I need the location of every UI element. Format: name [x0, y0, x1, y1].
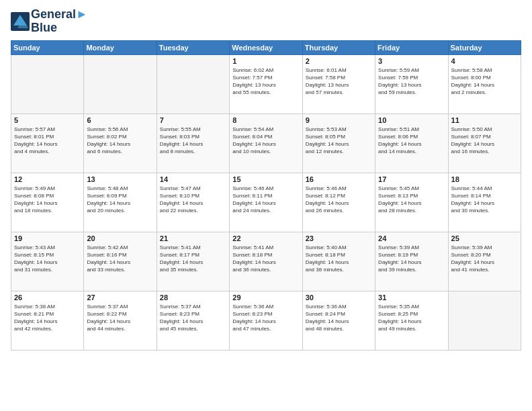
- page: General► Blue SundayMondayTuesdayWednesd…: [0, 0, 532, 411]
- calendar-cell: 13Sunrise: 5:48 AM Sunset: 8:09 PM Dayli…: [84, 173, 157, 232]
- day-info: Sunrise: 5:41 AM Sunset: 8:17 PM Dayligh…: [160, 244, 226, 274]
- day-number: 6: [87, 116, 153, 124]
- weekday-header-wednesday: Wednesday: [230, 40, 302, 54]
- calendar-cell: 10Sunrise: 5:51 AM Sunset: 8:06 PM Dayli…: [375, 113, 448, 173]
- logo: General► Blue: [11, 8, 88, 35]
- calendar-cell: 11Sunrise: 5:50 AM Sunset: 8:07 PM Dayli…: [448, 113, 521, 173]
- day-info: Sunrise: 5:46 AM Sunset: 8:11 PM Dayligh…: [232, 185, 299, 215]
- calendar-cell: 2Sunrise: 6:01 AM Sunset: 7:58 PM Daylig…: [302, 54, 375, 113]
- calendar-cell: [84, 54, 157, 113]
- calendar-cell: 20Sunrise: 5:42 AM Sunset: 8:16 PM Dayli…: [84, 232, 157, 291]
- day-number: 31: [378, 293, 445, 302]
- day-info: Sunrise: 5:57 AM Sunset: 8:01 PM Dayligh…: [14, 126, 81, 156]
- day-number: 28: [160, 293, 226, 302]
- calendar-cell: 15Sunrise: 5:46 AM Sunset: 8:11 PM Dayli…: [230, 173, 302, 232]
- calendar-cell: 23Sunrise: 5:40 AM Sunset: 8:18 PM Dayli…: [302, 232, 375, 291]
- day-number: 11: [451, 116, 518, 124]
- calendar-cell: [157, 54, 229, 113]
- day-info: Sunrise: 5:47 AM Sunset: 8:10 PM Dayligh…: [160, 185, 226, 215]
- logo-icon: [11, 12, 30, 31]
- day-number: 25: [451, 234, 518, 242]
- day-info: Sunrise: 5:59 AM Sunset: 7:59 PM Dayligh…: [378, 66, 445, 97]
- day-info: Sunrise: 5:36 AM Sunset: 8:23 PM Dayligh…: [232, 303, 299, 333]
- day-info: Sunrise: 5:51 AM Sunset: 8:06 PM Dayligh…: [378, 126, 445, 156]
- header: General► Blue: [11, 8, 521, 35]
- day-info: Sunrise: 5:42 AM Sunset: 8:16 PM Dayligh…: [87, 244, 153, 274]
- calendar-cell: 5Sunrise: 5:57 AM Sunset: 8:01 PM Daylig…: [11, 113, 84, 173]
- day-number: 23: [306, 234, 372, 242]
- calendar-cell: [448, 291, 521, 350]
- day-info: Sunrise: 5:39 AM Sunset: 8:19 PM Dayligh…: [378, 244, 445, 274]
- calendar-cell: 31Sunrise: 5:35 AM Sunset: 8:25 PM Dayli…: [375, 291, 448, 350]
- day-info: Sunrise: 5:55 AM Sunset: 8:03 PM Dayligh…: [160, 126, 226, 156]
- calendar-cell: 28Sunrise: 5:37 AM Sunset: 8:23 PM Dayli…: [157, 291, 229, 350]
- day-info: Sunrise: 5:40 AM Sunset: 8:18 PM Dayligh…: [306, 244, 372, 274]
- week-row-1: 5Sunrise: 5:57 AM Sunset: 8:01 PM Daylig…: [11, 113, 521, 173]
- week-row-4: 26Sunrise: 5:38 AM Sunset: 8:21 PM Dayli…: [11, 291, 521, 350]
- weekday-header-friday: Friday: [375, 40, 448, 54]
- day-info: Sunrise: 5:49 AM Sunset: 8:08 PM Dayligh…: [14, 185, 81, 215]
- calendar-cell: 18Sunrise: 5:44 AM Sunset: 8:14 PM Dayli…: [448, 173, 521, 232]
- calendar-cell: 17Sunrise: 5:45 AM Sunset: 8:13 PM Dayli…: [375, 173, 448, 232]
- day-info: Sunrise: 5:41 AM Sunset: 8:18 PM Dayligh…: [232, 244, 299, 274]
- day-info: Sunrise: 5:53 AM Sunset: 8:05 PM Dayligh…: [306, 126, 372, 156]
- calendar-cell: [11, 54, 84, 113]
- day-info: Sunrise: 5:50 AM Sunset: 8:07 PM Dayligh…: [451, 126, 518, 156]
- day-info: Sunrise: 5:54 AM Sunset: 8:04 PM Dayligh…: [232, 126, 299, 156]
- calendar-cell: 12Sunrise: 5:49 AM Sunset: 8:08 PM Dayli…: [11, 173, 84, 232]
- day-info: Sunrise: 5:46 AM Sunset: 8:12 PM Dayligh…: [306, 185, 372, 215]
- calendar-cell: 22Sunrise: 5:41 AM Sunset: 8:18 PM Dayli…: [230, 232, 302, 291]
- day-number: 15: [232, 175, 299, 183]
- calendar-cell: 25Sunrise: 5:39 AM Sunset: 8:20 PM Dayli…: [448, 232, 521, 291]
- day-number: 2: [306, 57, 372, 65]
- day-number: 7: [160, 116, 226, 124]
- calendar-cell: 7Sunrise: 5:55 AM Sunset: 8:03 PM Daylig…: [157, 113, 229, 173]
- day-number: 10: [378, 116, 445, 124]
- calendar-cell: 24Sunrise: 5:39 AM Sunset: 8:19 PM Dayli…: [375, 232, 448, 291]
- calendar-cell: 27Sunrise: 5:37 AM Sunset: 8:22 PM Dayli…: [84, 291, 157, 350]
- day-number: 1: [232, 57, 299, 65]
- week-row-3: 19Sunrise: 5:43 AM Sunset: 8:15 PM Dayli…: [11, 232, 521, 291]
- calendar-cell: 21Sunrise: 5:41 AM Sunset: 8:17 PM Dayli…: [157, 232, 229, 291]
- day-info: Sunrise: 5:35 AM Sunset: 8:25 PM Dayligh…: [378, 303, 445, 333]
- calendar-cell: 29Sunrise: 5:36 AM Sunset: 8:23 PM Dayli…: [230, 291, 302, 350]
- day-info: Sunrise: 5:37 AM Sunset: 8:22 PM Dayligh…: [87, 303, 153, 333]
- day-number: 17: [378, 175, 445, 183]
- day-number: 3: [378, 57, 445, 65]
- calendar-cell: 1Sunrise: 6:02 AM Sunset: 7:57 PM Daylig…: [230, 54, 302, 113]
- calendar-cell: 26Sunrise: 5:38 AM Sunset: 8:21 PM Dayli…: [11, 291, 84, 350]
- day-info: Sunrise: 5:43 AM Sunset: 8:15 PM Dayligh…: [14, 244, 81, 274]
- weekday-header-monday: Monday: [84, 40, 157, 54]
- day-number: 13: [87, 175, 153, 183]
- day-info: Sunrise: 5:45 AM Sunset: 8:13 PM Dayligh…: [378, 185, 445, 215]
- day-info: Sunrise: 5:37 AM Sunset: 8:23 PM Dayligh…: [160, 303, 226, 333]
- day-info: Sunrise: 6:02 AM Sunset: 7:57 PM Dayligh…: [232, 66, 299, 97]
- day-number: 26: [14, 293, 81, 302]
- day-info: Sunrise: 6:01 AM Sunset: 7:58 PM Dayligh…: [306, 66, 372, 97]
- day-number: 22: [232, 234, 299, 242]
- day-number: 19: [14, 234, 81, 242]
- day-info: Sunrise: 5:48 AM Sunset: 8:09 PM Dayligh…: [87, 185, 153, 215]
- day-number: 27: [87, 293, 153, 302]
- calendar-table: SundayMondayTuesdayWednesdayThursdayFrid…: [11, 40, 521, 351]
- day-info: Sunrise: 5:36 AM Sunset: 8:24 PM Dayligh…: [306, 303, 372, 333]
- weekday-header-saturday: Saturday: [448, 40, 521, 54]
- day-info: Sunrise: 5:44 AM Sunset: 8:14 PM Dayligh…: [451, 185, 518, 215]
- day-info: Sunrise: 5:38 AM Sunset: 8:21 PM Dayligh…: [14, 303, 81, 333]
- calendar-cell: 30Sunrise: 5:36 AM Sunset: 8:24 PM Dayli…: [302, 291, 375, 350]
- day-number: 12: [14, 175, 81, 183]
- calendar-cell: 8Sunrise: 5:54 AM Sunset: 8:04 PM Daylig…: [230, 113, 302, 173]
- day-number: 16: [306, 175, 372, 183]
- day-info: Sunrise: 5:39 AM Sunset: 8:20 PM Dayligh…: [451, 244, 518, 274]
- calendar-cell: 6Sunrise: 5:56 AM Sunset: 8:02 PM Daylig…: [84, 113, 157, 173]
- calendar-cell: 3Sunrise: 5:59 AM Sunset: 7:59 PM Daylig…: [375, 54, 448, 113]
- day-number: 4: [451, 57, 518, 65]
- day-number: 21: [160, 234, 226, 242]
- calendar-cell: 14Sunrise: 5:47 AM Sunset: 8:10 PM Dayli…: [157, 173, 229, 232]
- day-number: 24: [378, 234, 445, 242]
- weekday-header-sunday: Sunday: [11, 40, 84, 54]
- day-number: 18: [451, 175, 518, 183]
- week-row-0: 1Sunrise: 6:02 AM Sunset: 7:57 PM Daylig…: [11, 54, 521, 113]
- day-number: 9: [306, 116, 372, 124]
- weekday-header-thursday: Thursday: [302, 40, 375, 54]
